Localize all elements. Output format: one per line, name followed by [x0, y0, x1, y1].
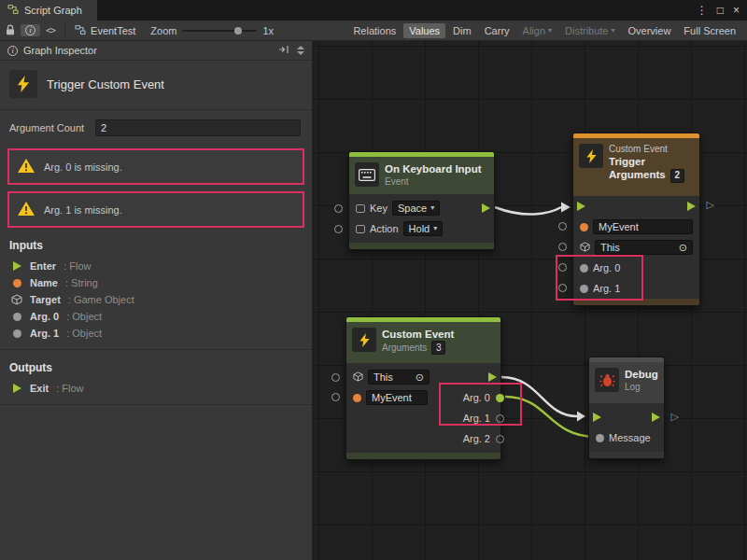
- argument-count-badge[interactable]: 2: [670, 169, 684, 183]
- string-port-icon: [11, 279, 22, 287]
- zoom-slider[interactable]: [182, 25, 257, 36]
- node-footer-strip: [589, 452, 664, 458]
- node-custom-event[interactable]: Custom Event Arguments3 This⊙ MyEvent Ar…: [345, 316, 501, 460]
- dock-icon[interactable]: [278, 45, 289, 56]
- flow-port-icon: [11, 384, 22, 393]
- key-value: Space: [398, 203, 427, 214]
- wire-keyboard-to-trigger[interactable]: [495, 207, 561, 215]
- relations-button[interactable]: Relations: [347, 23, 402, 38]
- scroll-arrows-icon[interactable]: [297, 46, 304, 55]
- arg2-row: Arg. 2: [346, 428, 500, 449]
- distribute-dropdown[interactable]: Distribute▾: [559, 23, 620, 38]
- key-input-port[interactable]: [334, 204, 343, 213]
- target-picker-icon[interactable]: ⊙: [679, 242, 687, 254]
- message-input-port[interactable]: [596, 434, 604, 442]
- input-item-target: Target : Game Object: [0, 291, 312, 308]
- arg0-label: Arg. 0: [463, 392, 490, 403]
- node-on-keyboard-input[interactable]: On Keyboard Input Event Key Space▾: [348, 151, 495, 250]
- arg1-output-port[interactable]: [496, 414, 504, 423]
- lock-icon[interactable]: [6, 24, 15, 36]
- node-title-text: Custom Event: [382, 328, 454, 341]
- target-input-port[interactable]: [331, 373, 340, 382]
- dim-button[interactable]: Dim: [447, 23, 477, 38]
- target-input-port[interactable]: [558, 243, 567, 251]
- key-row: Key Space▾: [349, 198, 494, 218]
- inspector-toggle-button[interactable]: i: [21, 24, 40, 36]
- overview-button[interactable]: Overview: [623, 23, 677, 38]
- event-name-field[interactable]: MyEvent: [593, 219, 693, 234]
- zoom-label: Zoom: [150, 25, 176, 36]
- warning-arg1-missing: Arg. 1 is missing.: [7, 191, 304, 228]
- arg0-row: Arg. 0: [573, 258, 699, 278]
- node-trigger-custom-event[interactable]: Custom Event Trigger Arguments2 MyEvent: [572, 133, 700, 306]
- action-input-port[interactable]: [334, 225, 343, 233]
- info-icon: i: [7, 46, 18, 56]
- event-name-input-port[interactable]: [331, 393, 340, 401]
- target-field[interactable]: This⊙: [368, 370, 430, 385]
- graph-inspector-panel: i Graph Inspector Trigger Custom Event A…: [0, 41, 313, 560]
- node-debug-log[interactable]: Debug Log Message ▷: [588, 357, 665, 459]
- target-row: This⊙: [346, 367, 500, 387]
- arg0-output-port[interactable]: [496, 394, 504, 402]
- inspector-header: i Graph Inspector: [0, 41, 312, 61]
- object-port[interactable]: [580, 285, 588, 293]
- maximize-icon[interactable]: □: [717, 4, 724, 17]
- node-title-text: On Keyboard Input: [385, 162, 482, 175]
- action-dropdown[interactable]: Hold▾: [403, 221, 444, 236]
- event-name-field[interactable]: MyEvent: [366, 390, 428, 405]
- node-subtitle-text: Arguments3: [382, 341, 454, 355]
- zoom-slider-handle[interactable]: [234, 27, 242, 35]
- wire-event-to-debug[interactable]: [501, 377, 577, 416]
- string-port[interactable]: [580, 223, 588, 231]
- window-controls: ⋮ □ ×: [697, 0, 747, 21]
- target-field[interactable]: This⊙: [595, 240, 693, 255]
- flow-continue-icon: ▷: [671, 412, 679, 422]
- arg0-label: Arg. 0: [593, 262, 620, 273]
- target-value: This: [374, 371, 393, 383]
- event-name-input-port[interactable]: [558, 222, 567, 231]
- argument-count-input[interactable]: [95, 119, 301, 136]
- flow-out-port[interactable]: [652, 413, 660, 422]
- menu-kebab-icon[interactable]: ⋮: [697, 4, 708, 17]
- flow-in-port[interactable]: [593, 413, 601, 422]
- input-item-arg0: Arg. 0 : Object: [0, 308, 312, 325]
- align-dropdown[interactable]: Align▾: [517, 23, 557, 38]
- argument-count-badge[interactable]: 3: [431, 341, 445, 355]
- close-icon[interactable]: ×: [733, 4, 740, 17]
- flow-out-port[interactable]: [482, 203, 490, 213]
- unit-title-block: Trigger Custom Event: [0, 61, 312, 110]
- node-title-text: Trigger: [609, 155, 684, 168]
- flow-out-port[interactable]: [488, 372, 497, 382]
- flow-in-port[interactable]: [577, 202, 585, 211]
- full-screen-button[interactable]: Full Screen: [678, 23, 741, 38]
- arg1-input-port[interactable]: [558, 284, 567, 292]
- event-name-row: MyEvent: [573, 217, 699, 237]
- tab-script-graph[interactable]: Script Graph: [0, 0, 97, 21]
- graph-canvas[interactable]: On Keyboard Input Event Key Space▾: [313, 41, 747, 560]
- flow-port-icon: [11, 261, 22, 271]
- flow-out-port[interactable]: [687, 202, 696, 211]
- arg1-label: Arg. 1: [463, 413, 490, 424]
- info-icon: i: [25, 25, 35, 35]
- key-dropdown[interactable]: Space▾: [392, 201, 440, 216]
- arg2-output-port[interactable]: [496, 435, 504, 443]
- arg0-input-port[interactable]: [558, 263, 567, 272]
- toolbar-right-group: Relations Values Dim Carry Align▾ Distri…: [347, 23, 741, 38]
- graph-asset[interactable]: EventTest: [75, 24, 135, 37]
- node-title-text2: Arguments2: [609, 168, 684, 183]
- dropdown-caret-icon: ▾: [430, 204, 434, 212]
- dropdown-caret-icon: ▾: [433, 225, 437, 232]
- node-category-text: Custom Event: [609, 144, 684, 155]
- carry-button[interactable]: Carry: [479, 23, 515, 38]
- zoom-control: Zoom 1x: [150, 25, 274, 36]
- string-port[interactable]: [353, 394, 361, 402]
- values-button[interactable]: Values: [403, 23, 445, 38]
- wire-arg0-to-message[interactable]: [505, 397, 596, 437]
- inputs-header: Inputs: [0, 228, 312, 258]
- dropdown-caret-icon: ▾: [548, 27, 552, 35]
- target-picker-icon[interactable]: ⊙: [416, 371, 424, 384]
- target-value: This: [600, 242, 620, 253]
- object-port-icon: [11, 329, 22, 338]
- code-icon[interactable]: <>: [46, 25, 55, 35]
- object-port[interactable]: [580, 264, 588, 273]
